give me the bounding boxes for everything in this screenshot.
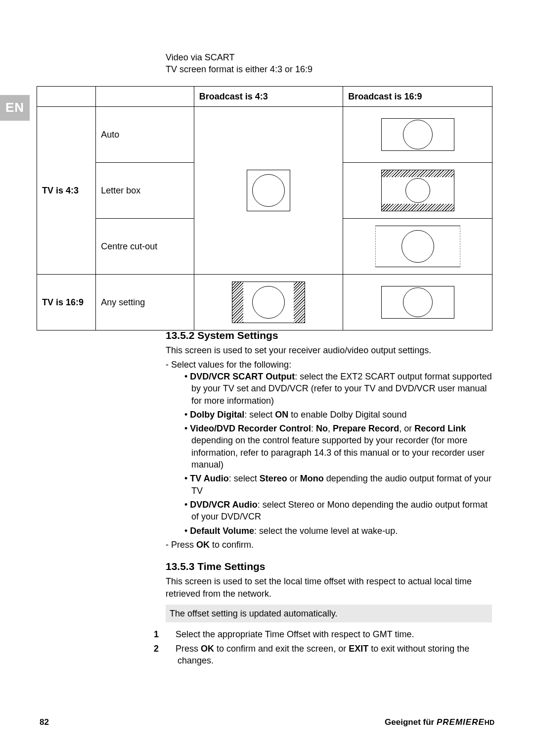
list-item: 1Select the appropriate Time Offset with… <box>166 628 492 640</box>
heading-time-settings: 13.5.3 Time Settings <box>166 560 492 573</box>
dash-list: Select values for the following: DVD/VCR… <box>166 359 492 551</box>
intro-block: Video via SCART TV screen format is eith… <box>166 51 492 76</box>
cell-mode-auto: Auto <box>96 107 194 163</box>
numbered-list: 1Select the appropriate Time Offset with… <box>166 628 492 666</box>
cell-diagram-43-169-letterbox <box>343 163 492 219</box>
screen-diagram-icon <box>348 279 487 326</box>
list-item: TV Audio: select Stereo or Mono dependin… <box>184 472 492 497</box>
table-row: TV is 16:9 Any setting <box>37 275 492 331</box>
list-item: Select values for the following: DVD/VCR… <box>166 359 492 537</box>
screen-diagram-icon <box>348 223 487 270</box>
bullet-list: DVD/VCR SCART Output: select the EXT2 SC… <box>184 371 492 537</box>
paragraph: This screen is used to set the local tim… <box>166 575 492 600</box>
page-footer: 82 Geeignet für PREMIEREHD <box>40 717 494 728</box>
table-header-row: Broadcast is 4:3 Broadcast is 16:9 <box>37 87 492 107</box>
cell-diagram-43-169-auto <box>343 107 492 163</box>
screen-diagram-icon <box>199 279 338 326</box>
list-item: Default Volume: select the volume level … <box>184 525 492 537</box>
list-item: Dolby Digital: select ON to enable Dolby… <box>184 409 492 421</box>
cell-mode-letterbox: Letter box <box>96 163 194 219</box>
page-number: 82 <box>40 717 49 728</box>
cell-diagram-43-43 <box>194 107 343 275</box>
header-broadcast-43: Broadcast is 4:3 <box>194 87 343 107</box>
list-item: Video/DVD Recorder Control: No, Prepare … <box>184 423 492 471</box>
cell-tv-169: TV is 16:9 <box>37 275 96 331</box>
section-system-settings: 13.5.2 System Settings This screen is us… <box>166 329 492 668</box>
list-item: DVD/VCR SCART Output: select the EXT2 SC… <box>184 371 492 407</box>
list-item: DVD/VCR Audio: select Stereo or Mono dep… <box>184 499 492 523</box>
screen-diagram-icon <box>348 167 487 214</box>
table-row: TV is 4:3 Auto <box>37 107 492 163</box>
cell-mode-any: Any setting <box>96 275 194 331</box>
cell-mode-centrecutout: Centre cut-out <box>96 219 194 275</box>
list-item: 2Press OK to confirm and exit the screen… <box>166 643 492 667</box>
screen-diagram-icon <box>348 111 487 158</box>
aspect-ratio-table: Broadcast is 4:3 Broadcast is 16:9 TV is… <box>37 86 492 331</box>
cell-diagram-169-43 <box>194 275 343 331</box>
header-broadcast-169: Broadcast is 16:9 <box>343 87 492 107</box>
heading-system-settings: 13.5.2 System Settings <box>166 329 492 342</box>
intro-line-1: Video via SCART <box>166 51 492 63</box>
list-item: Press OK to confirm. <box>166 539 492 551</box>
cell-tv-43: TV is 4:3 <box>37 107 96 275</box>
note-box: The offset setting is updated automatica… <box>166 605 492 622</box>
footer-brand: Geeignet für PREMIEREHD <box>385 717 494 728</box>
paragraph: This screen is used to set your receiver… <box>166 344 492 356</box>
language-tab: EN <box>0 95 30 121</box>
cell-diagram-43-169-centrecutout <box>343 219 492 275</box>
screen-diagram-icon <box>199 116 338 265</box>
intro-line-2: TV screen format is either 4:3 or 16:9 <box>166 63 492 75</box>
cell-diagram-169-169 <box>343 275 492 331</box>
